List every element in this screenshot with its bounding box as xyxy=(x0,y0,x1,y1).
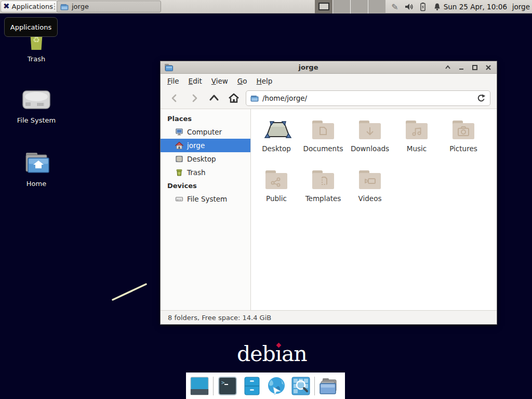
back-button[interactable] xyxy=(167,90,182,106)
folder-tile-desktop[interactable]: Desktop xyxy=(253,116,300,164)
folder-downloads-icon xyxy=(357,116,382,143)
file-manager-launcher[interactable] xyxy=(241,375,262,396)
sidebar-item-desktop[interactable]: Desktop xyxy=(161,152,250,166)
file-cabinet-icon xyxy=(243,376,261,396)
workspace-4[interactable] xyxy=(368,0,385,14)
window-folder-icon xyxy=(164,63,174,72)
sidebar-item-label: File System xyxy=(187,195,227,203)
folders-menu-launcher[interactable] xyxy=(318,375,339,396)
folder-label: Desktop xyxy=(262,144,291,153)
show-desktop-icon xyxy=(190,376,209,396)
folder-label: Templates xyxy=(305,194,341,203)
menu-go[interactable]: Go xyxy=(233,74,252,88)
folder-icon xyxy=(60,3,69,11)
folder-label: Public xyxy=(266,194,287,203)
folder-label: Pictures xyxy=(449,144,477,153)
folder-pictures-icon xyxy=(451,116,476,143)
battery-icon[interactable] xyxy=(418,2,428,12)
app-finder-launcher[interactable] xyxy=(290,375,311,396)
applications-menu-button[interactable]: ✖ Applications xyxy=(1,1,58,12)
web-browser-launcher[interactable] xyxy=(265,375,287,396)
show-desktop-button[interactable] xyxy=(189,375,210,396)
applications-tooltip: Applications xyxy=(4,17,58,37)
workspace-switcher[interactable] xyxy=(315,0,385,14)
minimize-button[interactable] xyxy=(457,63,466,72)
window-title: jorge xyxy=(177,63,440,71)
status-text: 8 folders, Free space: 14.4 GiB xyxy=(168,314,271,322)
notification-bell-icon[interactable] xyxy=(432,2,442,12)
desktop-icon xyxy=(175,155,183,163)
folder-videos-icon xyxy=(357,166,382,193)
panel-handle[interactable] xyxy=(53,3,56,11)
home-button[interactable] xyxy=(226,90,242,106)
desktop-icon-home[interactable]: Home xyxy=(8,151,65,188)
taskbar-window-button[interactable]: jorge xyxy=(57,1,161,12)
folder-tile-public[interactable]: Public xyxy=(253,166,300,214)
workspace-window-miniature xyxy=(318,3,329,10)
home-icon xyxy=(175,141,183,150)
reload-icon[interactable] xyxy=(476,94,486,103)
toolbar: /home/jorge/ xyxy=(161,88,497,109)
sidebar-item-jorge[interactable]: jorge xyxy=(161,139,250,152)
path-text[interactable]: /home/jorge/ xyxy=(262,94,473,102)
folder-label: Downloads xyxy=(351,144,389,153)
tooltip-text: Applications xyxy=(10,23,51,31)
up-button[interactable] xyxy=(206,90,222,106)
up-icon xyxy=(208,93,220,103)
volume-icon[interactable] xyxy=(404,2,414,12)
shade-button[interactable] xyxy=(443,63,453,72)
workspace-3[interactable] xyxy=(350,0,368,14)
panel-username[interactable]: jorge xyxy=(512,0,530,14)
panel-clock[interactable]: Sun 25 Apr, 10:06 xyxy=(444,0,507,14)
menu-file[interactable]: File xyxy=(163,74,184,88)
xfce-menu-icon: ✖ xyxy=(3,3,10,10)
terminal-icon: > xyxy=(218,376,237,396)
menu-help[interactable]: Help xyxy=(252,74,277,88)
folder-public-icon xyxy=(264,166,289,193)
top-panel: ✖ Applications jorge ✎ xyxy=(0,0,532,14)
menu-view[interactable]: View xyxy=(207,74,233,88)
home-icon xyxy=(228,93,240,103)
sidebar-item-label: jorge xyxy=(187,141,205,150)
forward-button[interactable] xyxy=(187,90,202,106)
workspace-2[interactable] xyxy=(332,0,350,14)
desktop-icon-filesystem[interactable]: File System xyxy=(8,87,65,124)
sidebar-item-computer[interactable]: Computer xyxy=(161,125,250,139)
menu-bar: File Edit View Go Help xyxy=(161,74,497,88)
menu-edit[interactable]: Edit xyxy=(184,74,207,88)
folder-tile-pictures[interactable]: Pictures xyxy=(440,116,487,164)
pen-tablet-tray-icon[interactable]: ✎ xyxy=(390,2,400,12)
folder-label: Documents xyxy=(303,144,343,153)
hard-drive-icon xyxy=(8,87,65,112)
window-titlebar[interactable]: jorge xyxy=(161,61,497,74)
maximize-button[interactable] xyxy=(470,63,480,72)
application-finder-icon xyxy=(291,376,311,396)
close-button[interactable] xyxy=(484,63,493,72)
folder-tile-documents[interactable]: Documents xyxy=(300,116,347,164)
folder-tile-downloads[interactable]: Downloads xyxy=(347,116,393,164)
folder-tile-templates[interactable]: Templates xyxy=(300,166,347,214)
bottom-dock: > xyxy=(186,373,345,399)
folder-tile-music[interactable]: Music xyxy=(393,116,440,164)
system-tray: ✎ xyxy=(390,0,442,14)
location-bar[interactable]: /home/jorge/ xyxy=(246,90,490,106)
sidebar-item-label: Desktop xyxy=(187,155,216,163)
folder-templates-icon xyxy=(311,166,336,193)
stacked-folders-icon xyxy=(318,376,339,396)
sidebar-item-file-system[interactable]: File System xyxy=(161,192,250,206)
folder-documents-icon xyxy=(311,116,336,143)
back-icon xyxy=(169,93,180,103)
sidebar-places-header: Places xyxy=(161,112,250,125)
taskbar-window-label: jorge xyxy=(72,3,89,10)
sidebar-item-trash[interactable]: Trash xyxy=(161,166,250,179)
svg-text:>: > xyxy=(221,379,225,386)
folder-view[interactable]: Desktop Documents xyxy=(251,109,497,310)
home-folder-icon xyxy=(8,151,65,176)
workspace-1[interactable] xyxy=(315,0,332,14)
folder-label: Music xyxy=(407,144,427,153)
status-bar: 8 folders, Free space: 14.4 GiB xyxy=(161,310,497,324)
hard-drive-icon xyxy=(175,195,183,203)
folder-tile-videos[interactable]: Videos xyxy=(347,166,393,214)
folder-label: Videos xyxy=(358,194,382,203)
terminal-launcher[interactable]: > xyxy=(217,375,238,396)
